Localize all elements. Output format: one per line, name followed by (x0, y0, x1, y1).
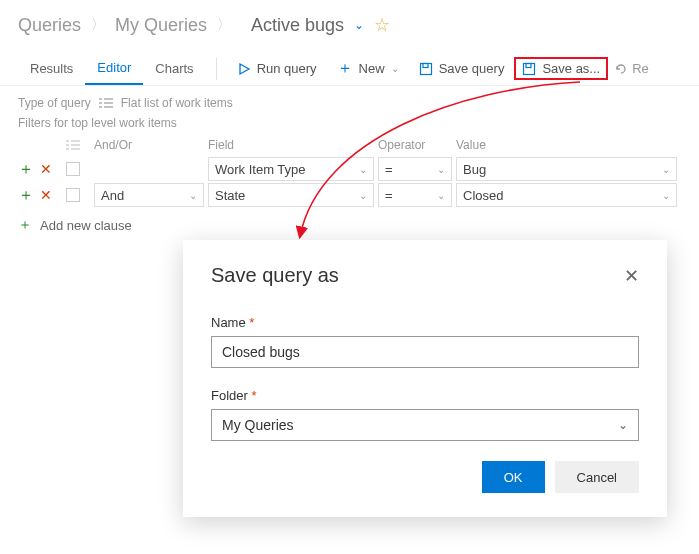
ok-button[interactable]: OK (482, 461, 545, 493)
save-as-label: Save as... (542, 61, 600, 76)
clause-checkbox[interactable] (66, 162, 80, 176)
chevron-down-icon: ⌄ (359, 190, 367, 201)
add-clause-icon[interactable]: ＋ (18, 159, 34, 180)
run-query-label: Run query (257, 61, 317, 76)
header-andor: And/Or (94, 138, 208, 152)
operator-value: = (385, 162, 393, 177)
tab-charts[interactable]: Charts (143, 53, 205, 84)
save-as-icon (522, 62, 536, 76)
field-value: Work Item Type (215, 162, 306, 177)
chevron-down-icon: ⌄ (437, 164, 445, 175)
save-query-as-dialog: Save query as ✕ Name * Closed bugs Folde… (183, 240, 667, 517)
operator-select[interactable]: =⌄ (378, 183, 452, 207)
operator-select[interactable]: =⌄ (378, 157, 452, 181)
tab-editor[interactable]: Editor (85, 52, 143, 85)
close-icon[interactable]: ✕ (624, 265, 639, 287)
chevron-down-icon: ⌄ (662, 164, 670, 175)
folder-label: Folder * (211, 388, 639, 403)
new-button[interactable]: ＋ New ⌄ (327, 52, 409, 85)
value-value: Bug (463, 162, 486, 177)
chevron-down-icon[interactable]: ⌄ (354, 18, 364, 32)
breadcrumb-my-queries[interactable]: My Queries (115, 15, 207, 36)
chevron-down-icon: ⌄ (359, 164, 367, 175)
operator-value: = (385, 188, 393, 203)
query-type-row: Type of query Flat list of work items (0, 86, 699, 116)
breadcrumb-root[interactable]: Queries (18, 15, 81, 36)
revert-button[interactable]: Re (614, 61, 649, 76)
chevron-down-icon: ⌄ (618, 418, 628, 432)
value-value: Closed (463, 188, 503, 203)
clause-row: ＋ ✕ And⌄ State⌄ =⌄ Closed⌄ (18, 182, 681, 208)
add-new-clause-label: Add new clause (40, 218, 132, 233)
save-query-button[interactable]: Save query (409, 55, 515, 82)
andor-select[interactable]: And⌄ (94, 183, 204, 207)
field-select[interactable]: State⌄ (208, 183, 374, 207)
save-icon (419, 62, 433, 76)
remove-clause-icon[interactable]: ✕ (40, 187, 52, 203)
toolbar: Results Editor Charts Run query ＋ New ⌄ … (0, 46, 699, 86)
play-icon (237, 62, 251, 76)
star-icon[interactable]: ☆ (374, 14, 390, 36)
clause-grid: And/Or Field Operator Value ＋ ✕ Work Ite… (0, 134, 699, 208)
header-value: Value (456, 138, 681, 152)
clause-row: ＋ ✕ Work Item Type⌄ =⌄ Bug⌄ (18, 156, 681, 182)
chevron-down-icon: ⌄ (437, 190, 445, 201)
grid-header: And/Or Field Operator Value (18, 134, 681, 156)
chevron-down-icon: ⌄ (662, 190, 670, 201)
svg-rect-10 (526, 63, 531, 67)
chevron-down-icon: ⌄ (391, 63, 399, 74)
run-query-button[interactable]: Run query (227, 55, 327, 82)
breadcrumb-current: Active bugs (251, 15, 344, 36)
remove-clause-icon[interactable]: ✕ (40, 161, 52, 177)
chevron-right-icon: 〉 (91, 16, 105, 34)
plus-icon: ＋ (18, 216, 32, 234)
list-icon (66, 139, 80, 151)
value-select[interactable]: Bug⌄ (456, 157, 677, 181)
add-clause-icon[interactable]: ＋ (18, 185, 34, 206)
query-type-value[interactable]: Flat list of work items (121, 96, 233, 110)
tab-results[interactable]: Results (18, 53, 85, 84)
plus-icon: ＋ (337, 58, 353, 79)
save-query-label: Save query (439, 61, 505, 76)
folder-select[interactable]: My Queries⌄ (211, 409, 639, 441)
value-select[interactable]: Closed⌄ (456, 183, 677, 207)
query-type-label: Type of query (18, 96, 91, 110)
header-operator: Operator (378, 138, 456, 152)
new-label: New (359, 61, 385, 76)
name-value: Closed bugs (222, 344, 300, 360)
svg-rect-9 (524, 63, 535, 74)
cancel-button[interactable]: Cancel (555, 461, 639, 493)
andor-value: And (101, 188, 124, 203)
name-input[interactable]: Closed bugs (211, 336, 639, 368)
folder-value: My Queries (222, 417, 294, 433)
svg-marker-6 (240, 64, 249, 74)
svg-rect-8 (423, 63, 428, 67)
add-new-clause-button[interactable]: ＋ Add new clause (0, 208, 699, 242)
chevron-right-icon: 〉 (217, 16, 231, 34)
filters-label: Filters for top level work items (0, 116, 699, 134)
chevron-down-icon: ⌄ (189, 190, 197, 201)
flat-list-icon (99, 97, 113, 109)
clause-checkbox[interactable] (66, 188, 80, 202)
revert-label: Re (632, 61, 649, 76)
undo-icon (614, 62, 628, 76)
field-value: State (215, 188, 245, 203)
separator (216, 58, 217, 80)
save-as-button[interactable]: Save as... (514, 57, 608, 80)
field-select[interactable]: Work Item Type⌄ (208, 157, 374, 181)
svg-rect-7 (420, 63, 431, 74)
dialog-title: Save query as (211, 264, 339, 287)
breadcrumb: Queries 〉 My Queries 〉 Active bugs ⌄ ☆ (0, 0, 699, 46)
name-label: Name * (211, 315, 639, 330)
header-field: Field (208, 138, 378, 152)
